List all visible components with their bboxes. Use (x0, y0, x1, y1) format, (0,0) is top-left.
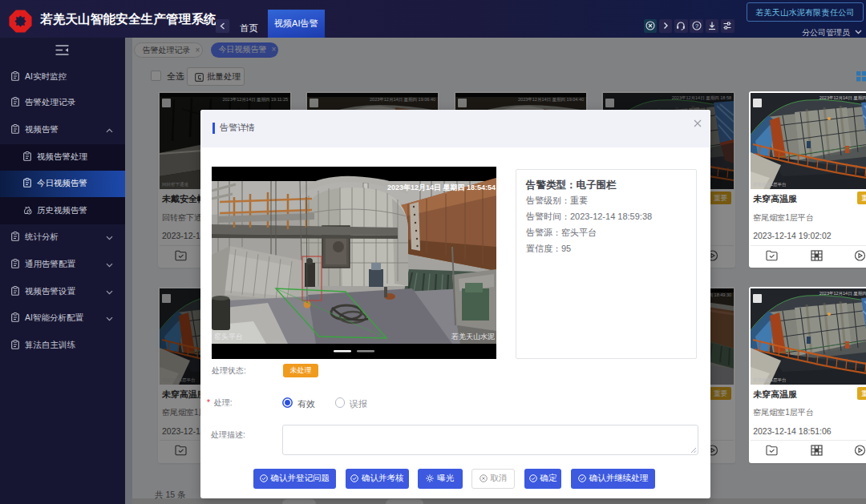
svg-text:窑头平台: 窑头平台 (214, 333, 243, 341)
svg-text:2023年12月14日 星期四 18:54:54: 2023年12月14日 星期四 18:54:54 (387, 183, 496, 192)
svg-text:2023年12月14日 星期四 19:02: 2023年12月14日 星期四 19:02 (819, 95, 866, 101)
svg-text:窑尾烟室1层平台: 窑尾烟室1层平台 (753, 377, 787, 383)
svg-text:若羌天山水泥: 若羌天山水泥 (451, 333, 495, 341)
svg-text:窑尾烟室1层平台: 窑尾烟室1层平台 (753, 182, 787, 187)
svg-text:2023年12月14日 星期四 18:51: 2023年12月14日 星期四 18:51 (819, 291, 866, 296)
svg-text:?: ? (694, 22, 698, 30)
